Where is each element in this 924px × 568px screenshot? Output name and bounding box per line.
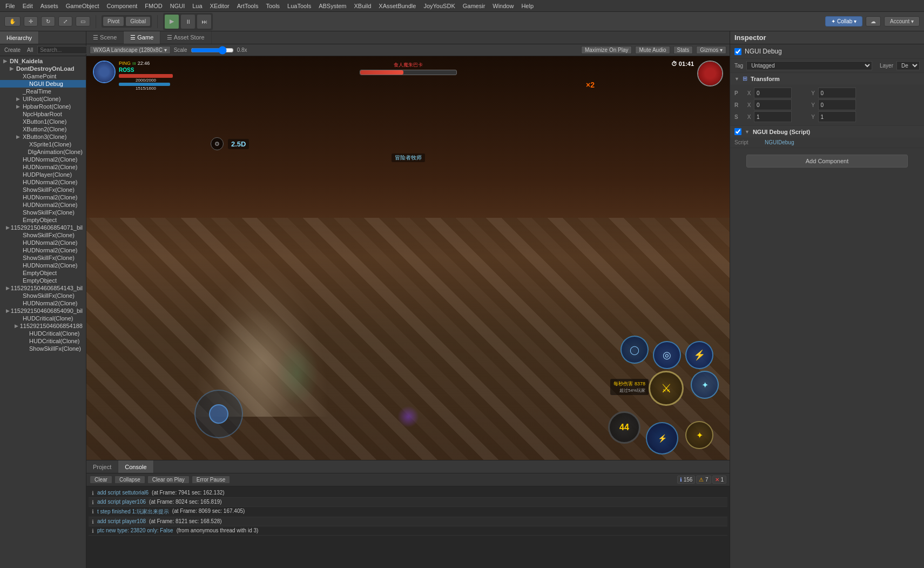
list-item[interactable]: EmptyObject	[0, 277, 86, 284]
menu-ngui[interactable]: NGUI	[167, 2, 188, 10]
menu-absystem[interactable]: ABSystem	[315, 2, 349, 10]
list-item[interactable]: XButton2(Clone)	[0, 125, 86, 133]
list-item[interactable]: DlgAnimation(Clone)	[0, 148, 86, 156]
menu-edit[interactable]: Edit	[19, 2, 36, 10]
play-button[interactable]: ▶	[164, 14, 179, 29]
ngui-debug-active[interactable]	[734, 128, 741, 135]
toolbar-rotate-btn[interactable]: ↻	[41, 16, 55, 26]
rotation-x-field[interactable]	[754, 99, 792, 110]
clear-on-play-button[interactable]: Clear on Play	[147, 476, 190, 484]
tag-select[interactable]: Untagged	[746, 61, 872, 70]
list-item[interactable]: ▶DN_Kaidela	[0, 57, 86, 65]
list-item[interactable]: ▶1152921504606854143_bil	[0, 284, 86, 292]
menu-joyyousdk[interactable]: JoyYouSDK	[420, 2, 458, 10]
rotation-y-field[interactable]	[818, 99, 856, 110]
asset-store-tab[interactable]: ☰ Asset Store	[160, 31, 211, 44]
hierarchy-tab[interactable]: Hierarchy	[0, 31, 39, 44]
list-item[interactable]: HUDNormal2(Clone)	[0, 246, 86, 254]
menu-assets[interactable]: Assets	[37, 2, 62, 10]
pause-button[interactable]: ⏸	[180, 14, 195, 29]
step-button[interactable]: ⏭	[197, 14, 212, 29]
list-item[interactable]: ▶1152921504606854188	[0, 322, 86, 330]
resolution-dropdown[interactable]: WXGA Landscape (1280x8C ▾	[90, 46, 171, 54]
list-item[interactable]: HUDNormal2(Clone)	[0, 156, 86, 163]
log-link[interactable]: add script settutorial6	[97, 490, 149, 496]
list-item[interactable]: _RealTime	[0, 88, 86, 95]
list-item[interactable]: HUDCritical(Clone)	[0, 337, 86, 345]
toolbar-rect-btn[interactable]: ▭	[76, 16, 90, 26]
account-button[interactable]: Account ▾	[884, 16, 920, 26]
list-item[interactable]: ▶1152921504606854071_bil	[0, 224, 86, 231]
maximize-on-play-btn[interactable]: Maximize On Play	[581, 46, 632, 54]
toolbar-hand-btn[interactable]: ✋	[4, 16, 21, 26]
list-item[interactable]: HUDCritical(Clone)	[0, 330, 86, 337]
list-item[interactable]: ▶DontDestroyOnLoad	[0, 65, 86, 72]
list-item[interactable]: HUDNormal2(Clone)	[0, 163, 86, 171]
list-item[interactable]: NGUI Debug	[0, 80, 86, 88]
transform-header[interactable]: ▼ ⊞ Transform	[730, 73, 924, 84]
stats-btn[interactable]: Stats	[673, 46, 693, 54]
layer-select[interactable]: De	[896, 61, 920, 70]
console-tab[interactable]: Console	[118, 460, 153, 473]
mute-audio-btn[interactable]: Mute Audio	[635, 46, 670, 54]
menu-lua[interactable]: Lua	[189, 2, 205, 10]
list-item[interactable]: HUDNormal2(Clone)	[0, 239, 86, 246]
list-item[interactable]: HUDNormal2(Clone)	[0, 201, 86, 209]
log-link[interactable]: ptc new type: 23820 only: False	[97, 527, 173, 533]
toolbar-move-btn[interactable]: ✛	[24, 16, 38, 26]
menu-gameobject[interactable]: GameObject	[63, 2, 103, 10]
position-y-field[interactable]	[818, 88, 856, 98]
list-item[interactable]: HUDNormal2(Clone)	[0, 262, 86, 269]
menu-arttools[interactable]: ArtTools	[234, 2, 262, 10]
menu-window[interactable]: Window	[489, 2, 517, 10]
add-component-button[interactable]: Add Component	[746, 155, 908, 168]
list-item[interactable]: ▶UIRoot(Clone)	[0, 95, 86, 103]
list-item[interactable]: XButton1(Clone)	[0, 118, 86, 125]
list-item[interactable]: ▶HpbarRoot(Clone)	[0, 103, 86, 110]
list-item[interactable]: ShowSkillFx(Clone)	[0, 254, 86, 262]
game-tab[interactable]: ☰ Game	[124, 31, 160, 44]
scale-slider[interactable]	[191, 47, 234, 54]
menu-component[interactable]: Component	[103, 2, 140, 10]
list-item[interactable]: HUDNormal2(Clone)	[0, 299, 86, 307]
log-link[interactable]: add script player106	[97, 499, 146, 505]
menu-xbuild[interactable]: XBuild	[351, 2, 375, 10]
global-button[interactable]: Global	[125, 16, 151, 26]
all-button[interactable]: All	[25, 46, 35, 54]
scale-y-field[interactable]	[818, 111, 856, 122]
gizmos-btn[interactable]: Gizmos ▾	[696, 46, 726, 54]
menu-gamesir[interactable]: Gamesir	[460, 2, 489, 10]
list-item[interactable]: NpcHpbarRoot	[0, 110, 86, 118]
list-item[interactable]: ShowSkillFx(Clone)	[0, 186, 86, 193]
toolbar-scale-btn[interactable]: ⤢	[58, 16, 72, 26]
list-item[interactable]: HUDPlayer(Clone)	[0, 171, 86, 178]
list-item[interactable]: EmptyObject	[0, 269, 86, 277]
menu-xassetbundle[interactable]: XAssetBundle	[375, 2, 419, 10]
collab-button[interactable]: ✦ Collab ▾	[825, 16, 862, 26]
error-pause-button[interactable]: Error Pause	[192, 476, 230, 484]
menu-file[interactable]: File	[2, 2, 18, 10]
collapse-button[interactable]: Collapse	[114, 476, 145, 484]
list-item[interactable]: ShowSkillFx(Clone)	[0, 209, 86, 216]
list-item[interactable]: ▶1152921504606854090_bil	[0, 307, 86, 315]
create-button[interactable]: Create	[2, 46, 23, 54]
clear-button[interactable]: Clear	[90, 476, 112, 484]
pivot-button[interactable]: Pivot	[103, 16, 124, 26]
list-item[interactable]: HUDCritical(Clone)	[0, 315, 86, 322]
log-link[interactable]: add script player108	[97, 518, 146, 524]
menu-luatools[interactable]: LuaTools	[284, 2, 314, 10]
scene-tab[interactable]: ☰ Scene	[86, 31, 124, 44]
list-item[interactable]: ShowSkillFx(Clone)	[0, 345, 86, 352]
list-item[interactable]: ShowSkillFx(Clone)	[0, 231, 86, 239]
list-item[interactable]: EmptyObject	[0, 216, 86, 224]
log-link[interactable]: t step finished 1:玩家出来提示	[97, 508, 169, 516]
active-checkbox[interactable]	[734, 48, 741, 55]
list-item[interactable]: XGamePoint	[0, 72, 86, 80]
menu-xeditor[interactable]: XEditor	[207, 2, 233, 10]
list-item[interactable]: ShowSkillFx(Clone)	[0, 292, 86, 299]
script-value[interactable]: NGUIDebug	[765, 139, 794, 145]
joystick[interactable]	[194, 390, 243, 438]
list-item[interactable]: HUDNormal2(Clone)	[0, 178, 86, 186]
menu-tools[interactable]: Tools	[262, 2, 283, 10]
list-item[interactable]: ▶XButton3(Clone)	[0, 133, 86, 141]
